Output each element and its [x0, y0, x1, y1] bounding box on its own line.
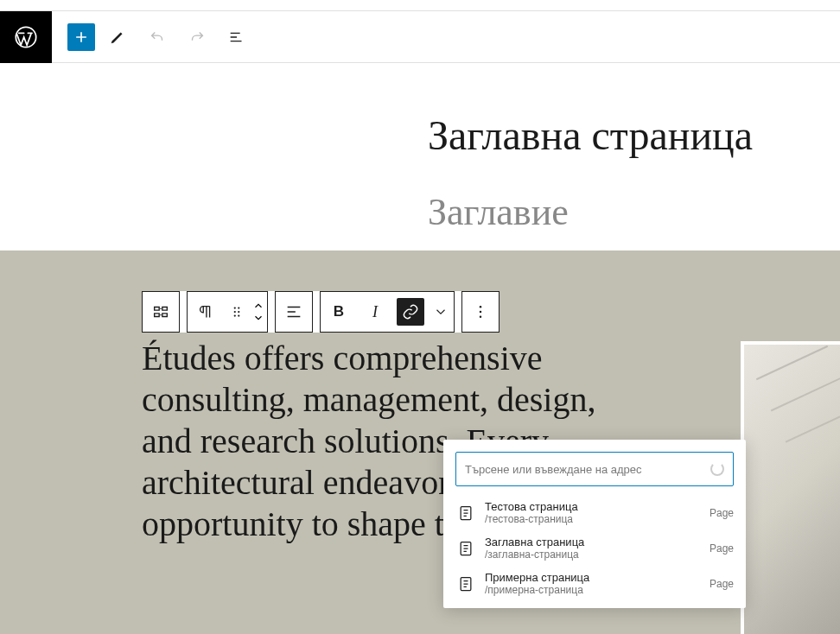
- align-left-icon: [284, 302, 303, 321]
- more-vertical-icon: [472, 303, 489, 320]
- result-slug: /тестова-страница: [485, 513, 701, 525]
- result-slug: /примерна-страница: [485, 584, 701, 596]
- redo-button[interactable]: [180, 20, 214, 54]
- drag-handle[interactable]: [224, 292, 250, 332]
- svg-point-9: [480, 316, 482, 319]
- link-icon: [402, 303, 419, 320]
- link-search-field-wrapper: [455, 452, 734, 486]
- redo-icon: [188, 28, 207, 47]
- result-type: Page: [710, 542, 734, 555]
- result-title: Примерна страница: [485, 571, 701, 584]
- result-title: Тестова страница: [485, 500, 701, 513]
- result-type: Page: [710, 578, 734, 590]
- block-options-button[interactable]: [462, 292, 499, 332]
- undo-button[interactable]: [140, 20, 175, 54]
- italic-button[interactable]: I: [357, 292, 393, 332]
- svg-point-5: [234, 314, 236, 316]
- result-title: Заглавна страница: [485, 536, 701, 548]
- pencil-icon: [108, 28, 127, 47]
- svg-point-1: [234, 307, 236, 308]
- chevron-down-icon: [252, 312, 264, 324]
- block-type-button[interactable]: [143, 292, 179, 332]
- editor-topbar: [0, 10, 840, 63]
- list-view-icon: [227, 28, 246, 47]
- canvas-header-area: Заглавна страница Заглавие: [0, 63, 840, 250]
- align-button[interactable]: [276, 292, 312, 332]
- plus-icon: [73, 29, 90, 46]
- wordpress-icon: [14, 25, 38, 49]
- result-type: Page: [710, 507, 734, 519]
- page-icon: [455, 503, 476, 523]
- add-block-button[interactable]: [67, 23, 95, 51]
- paragraph-icon: [196, 302, 215, 321]
- link-result-item[interactable]: Примерна страница /примерна-страница Pag…: [443, 566, 746, 601]
- content-image[interactable]: [741, 341, 840, 634]
- more-formatting-button[interactable]: [428, 292, 454, 332]
- svg-point-4: [238, 311, 239, 313]
- document-overview-button[interactable]: [220, 20, 254, 54]
- link-search-input[interactable]: [465, 453, 710, 485]
- loading-spinner-icon: [710, 462, 724, 476]
- block-toolbar: B I: [142, 291, 500, 333]
- wp-logo-button[interactable]: [0, 11, 52, 63]
- svg-point-7: [480, 306, 482, 308]
- page-subtitle[interactable]: Заглавие: [428, 190, 840, 234]
- page-title[interactable]: Заглавна страница: [428, 111, 840, 159]
- svg-point-3: [234, 311, 236, 313]
- move-up-button[interactable]: [252, 300, 264, 312]
- chevron-down-icon: [433, 304, 449, 320]
- link-result-item[interactable]: Заглавна страница /заглавна-страница Pag…: [443, 530, 746, 566]
- drag-icon: [229, 304, 245, 320]
- result-slug: /заглавна-страница: [485, 548, 701, 561]
- group-icon: [151, 302, 170, 321]
- link-result-item[interactable]: Тестова страница /тестова-страница Page: [443, 495, 746, 530]
- paragraph-block-button[interactable]: [188, 292, 224, 332]
- page-icon: [455, 574, 476, 594]
- move-down-button[interactable]: [252, 312, 264, 324]
- svg-point-6: [238, 314, 239, 316]
- undo-icon: [148, 28, 167, 47]
- chevron-up-icon: [252, 300, 264, 312]
- tools-button[interactable]: [100, 20, 135, 54]
- bold-button[interactable]: B: [321, 292, 357, 332]
- svg-point-8: [480, 311, 482, 314]
- link-button[interactable]: [397, 298, 424, 326]
- page-icon: [455, 538, 476, 559]
- svg-point-2: [238, 307, 239, 308]
- link-popover: Тестова страница /тестова-страница Page …: [443, 440, 746, 608]
